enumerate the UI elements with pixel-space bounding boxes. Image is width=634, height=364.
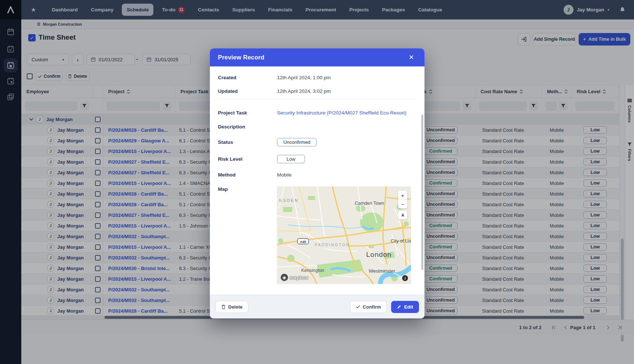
method-value: Mobile xyxy=(277,172,292,178)
divider xyxy=(218,99,416,99)
map-zoom-out-button[interactable]: − xyxy=(398,200,407,208)
location-map[interactable]: A40 ESDEN Camden Town PADDINGTON City of… xyxy=(277,186,411,284)
risk-level-label: Risk Level xyxy=(218,156,277,162)
description-label: Description xyxy=(218,124,277,130)
project-task-link[interactable]: Security Infrastructure (P/2024/M027 She… xyxy=(277,110,406,116)
map-compass-control xyxy=(398,211,407,219)
risk-badge: Low xyxy=(277,155,305,163)
map-label-city: City of Londo xyxy=(391,239,411,244)
updated-label: Updated xyxy=(218,88,277,94)
modal-body: Created 12th April 2024, 1:00 pm Updated… xyxy=(210,66,425,295)
mapbox-pin-icon: ◉ xyxy=(281,274,288,281)
updated-value: 12th April 2024, 3:02 pm xyxy=(277,88,331,94)
map-label-esden: ESDEN xyxy=(279,198,299,203)
status-label: Status xyxy=(218,139,277,145)
method-label: Method xyxy=(218,172,277,178)
close-icon[interactable]: ✕ xyxy=(406,52,416,63)
map-label-camden: Camden Town xyxy=(355,201,384,206)
modal-header: Preview Record ✕ xyxy=(210,48,425,66)
modal-title: Preview Record xyxy=(218,54,265,61)
map-image: A40 ESDEN Camden Town PADDINGTON City of… xyxy=(277,186,411,284)
trash-icon xyxy=(221,305,226,309)
map-zoom-in-button[interactable]: + xyxy=(398,191,407,200)
map-label-kensington: Kensington xyxy=(301,268,324,273)
modal-confirm-button[interactable]: Confirm xyxy=(350,301,387,313)
map-label-westminster: Westminster xyxy=(369,268,396,274)
map-compass-button[interactable] xyxy=(398,211,407,219)
map-zoom-controls: + − xyxy=(398,191,407,208)
project-task-label: Project Task xyxy=(218,110,277,116)
check-icon xyxy=(356,305,360,309)
map-label: Map xyxy=(218,186,277,192)
modal-footer: Delete Confirm Edit xyxy=(210,295,425,318)
preview-record-modal: Preview Record ✕ Created 12th April 2024… xyxy=(210,48,425,318)
modal-delete-button[interactable]: Delete xyxy=(215,301,248,313)
map-info-icon[interactable]: i xyxy=(402,275,408,281)
mapbox-logo: ◉ mapbox xyxy=(281,274,309,281)
created-label: Created xyxy=(218,75,277,80)
status-badge: Unconfirmed xyxy=(277,138,317,146)
map-label-london: London xyxy=(366,251,391,258)
pencil-icon xyxy=(397,305,401,309)
modal-edit-button[interactable]: Edit xyxy=(391,301,419,313)
road-badge-a40: A40 xyxy=(300,240,306,244)
modal-scrollbar-thumb[interactable] xyxy=(421,114,423,270)
created-value: 12th April 2024, 1:00 pm xyxy=(277,75,331,80)
map-label-paddington: PADDINGTON xyxy=(315,243,350,247)
